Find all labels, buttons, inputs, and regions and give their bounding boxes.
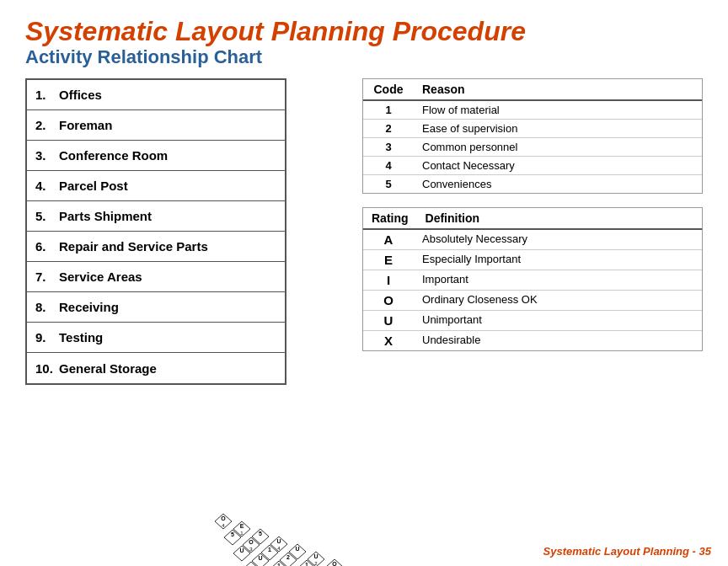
definition-cell: Undesirable — [414, 331, 702, 350]
activity-num: 7. — [35, 270, 59, 284]
diamond-svg: O4E155O3UU41UU21UU21UUU1OU2OU1A1U4UU2E4U… — [211, 510, 379, 566]
diamond-rating-1-6: 1 — [305, 562, 308, 566]
activity-num: 9. — [35, 330, 59, 344]
reason-cell: Ease of supervision — [414, 120, 702, 137]
code-reason-header: CodeReason — [363, 79, 702, 101]
footer-text: Systematic Layout Planning - 35 — [543, 545, 711, 558]
activity-num: 2. — [35, 118, 59, 132]
activity-num: 5. — [35, 209, 59, 223]
rating-definition-row-6: XUndesirable — [363, 331, 702, 350]
definition-cell: Important — [414, 270, 702, 290]
code-reason-table: CodeReason1Flow of material2Ease of supe… — [362, 78, 703, 194]
activity-label: Parts Shipment — [59, 209, 152, 223]
activity-label: Foreman — [59, 118, 112, 132]
reason-cell: Flow of material — [414, 101, 702, 119]
code-reason-row-1: 1Flow of material — [363, 101, 702, 120]
activity-label: Repair and Service Parts — [59, 239, 208, 254]
definition-cell: Ordinary Closeness OK — [414, 291, 702, 310]
rating-definition-header-definition: Definition — [417, 208, 702, 228]
diamond-rating-1-3: O — [249, 539, 254, 545]
activity-label: Parcel Post — [59, 179, 128, 193]
definition-cell: Absolutely Necessary — [414, 230, 702, 249]
definition-cell: Especially Important — [414, 250, 702, 270]
diamond-rating-0-5: U — [295, 546, 299, 552]
reason-cell: Conveniences — [414, 175, 702, 193]
diamond-rating-1-4: 1 — [268, 547, 271, 553]
activity-label: Service Areas — [59, 270, 142, 284]
content-area: 1.Offices2.Foreman3.Conference Room4.Par… — [25, 78, 703, 385]
activity-label: Conference Room — [59, 148, 168, 163]
activity-num: 4. — [35, 179, 59, 193]
reason-cell: Common personnel — [414, 138, 702, 156]
activity-num: 1. — [35, 88, 59, 102]
activity-label: Testing — [59, 330, 103, 344]
code-reason-header-reason: Reason — [414, 79, 702, 99]
activity-num: 3. — [35, 148, 59, 163]
code-reason-row-4: 4Contact Necessary — [363, 157, 702, 175]
code-reason-row-5: 5Conveniences — [363, 175, 702, 193]
activity-label: Offices — [59, 88, 102, 102]
rating-definition-row-2: EEspecially Important — [363, 250, 702, 270]
diamond-rating-1-5: 2 — [286, 554, 290, 560]
diamond-rating-0-7: O — [332, 561, 337, 566]
diamond-rating-2-3: U — [239, 547, 244, 553]
diamond-rating-1-2: 5 — [231, 531, 234, 537]
rating-definition-row-1: AAbsolutely Necessary — [363, 230, 702, 250]
code-reason-row-3: 3Common personnel — [363, 138, 702, 157]
activity-num: 8. — [35, 300, 59, 314]
activity-num: 6. — [35, 239, 59, 254]
diamond-rating-2-4: U — [258, 555, 262, 561]
main-title: Systematic Layout Planning Procedure — [25, 17, 703, 46]
rating-definition-row-4: OOrdinary Closeness OK — [363, 291, 702, 311]
rating-definition-row-3: IImportant — [363, 270, 702, 291]
relationship-diamond-svg — [211, 93, 379, 506]
page: Systematic Layout Planning Procedure Act… — [0, 0, 728, 566]
definition-cell: Unimportant — [414, 311, 702, 330]
reason-cell: Contact Necessary — [414, 157, 702, 174]
activity-label: Receiving — [59, 300, 119, 314]
left-section: 1.Offices2.Foreman3.Conference Room4.Par… — [25, 78, 345, 385]
code-reason-row-2: 2Ease of supervision — [363, 120, 702, 138]
diamond-rating-0-3: 5 — [259, 531, 262, 537]
diamond-rating-0-1: O — [221, 515, 226, 521]
rating-definition-row-5: UUnimportant — [363, 311, 702, 331]
diamond-chart: O4E155O3UU41UU21UU21UUU1OU2OU1A1U4UU2E4U… — [211, 93, 362, 515]
diamond-rating-0-6: U — [313, 553, 318, 559]
sub-title: Activity Relationship Chart — [25, 46, 703, 68]
activity-label: General Storage — [59, 361, 157, 376]
rating-definition-table: RatingDefinitionAAbsolutely NecessaryEEs… — [362, 207, 703, 351]
diamond-rating-2-5: 1 — [277, 563, 281, 566]
diamond-html-chart: O4E155O3UU41UU21UU21UUU1OU2OU1A1U4UU2E4U… — [211, 510, 379, 566]
activity-num: 10. — [35, 361, 59, 376]
diamond-rating-0-2: E — [240, 523, 244, 529]
right-section: CodeReason1Flow of material2Ease of supe… — [362, 78, 703, 385]
rating-definition-header: RatingDefinition — [363, 208, 702, 230]
diamond-rating-0-4: U — [276, 538, 281, 544]
